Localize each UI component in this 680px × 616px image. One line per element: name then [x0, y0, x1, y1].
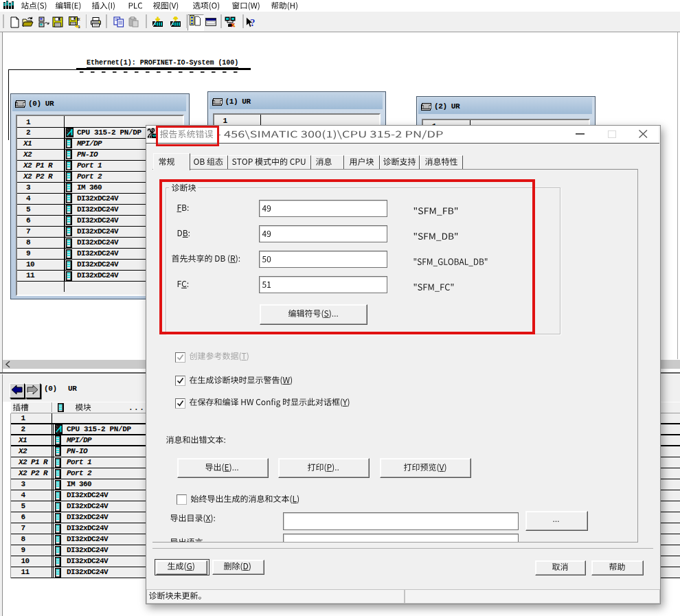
- svg-text:10: 10: [78, 25, 80, 28]
- svg-text:01: 01: [78, 17, 80, 21]
